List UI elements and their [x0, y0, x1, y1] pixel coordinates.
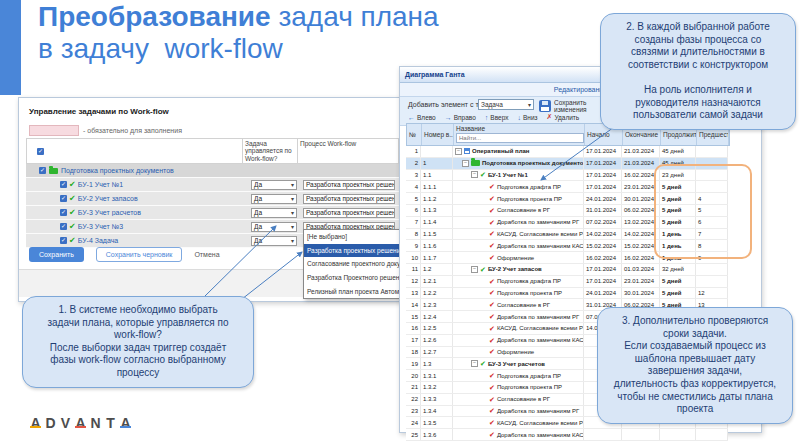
gantt-row[interactable]: 71.1.4✔Доработка по замечаниям РГ07.02.2… — [406, 217, 728, 229]
task-name: БУ-1 Учет №1 — [488, 172, 528, 178]
save-changes-button[interactable]: Сохранить изменения — [539, 99, 594, 113]
save-button[interactable]: Сохранить — [29, 247, 84, 262]
gantt-row[interactable]: 21–Подготовка проектных документов17.01.… — [406, 158, 728, 170]
dropdown-option[interactable]: Разработка Проектного решения — [304, 271, 402, 285]
title-bold: Преобразование — [38, 1, 271, 32]
cell-wbs: 1.2 — [421, 264, 453, 275]
element-type-select[interactable]: Задача ▾ — [478, 99, 534, 110]
nav-icon: → — [445, 114, 452, 121]
gantt-row[interactable]: 51.1.2✔Подготовка проекта ПР24.01.202430… — [406, 193, 728, 205]
cell-duration: 5 дней — [660, 193, 696, 204]
gantt-row[interactable]: 81.1.5✔КАСУД. Согласование всеми РГ14.02… — [406, 229, 728, 241]
logo-letter: A — [28, 415, 43, 431]
cell-num: 17 — [406, 335, 421, 346]
gantt-row[interactable]: 91.1.6✔Доработка по замечаниям КАСУД15.0… — [406, 240, 728, 252]
gantt-row[interactable]: 251.3.6✔Доработка по замечаниям КАСУД — [406, 429, 728, 441]
process-input[interactable]: Разработка проектных решений — [303, 208, 395, 218]
managed-select[interactable]: Да▾ — [251, 194, 297, 204]
task-name: Подготовка драфта ПР — [497, 373, 561, 379]
cell-start: 17.01.2024 — [584, 170, 622, 181]
task-check-icon: ✔ — [69, 237, 76, 245]
cell-duration: 5 дней — [660, 205, 696, 216]
gantt-row[interactable]: 41.1.1✔Подготовка драфта ПР17.01.202423.… — [406, 181, 728, 193]
group-row[interactable]: ✓ Подготовка проектных документов — [26, 164, 399, 178]
cell-num: 6 — [406, 205, 421, 216]
row-checkbox[interactable]: ✓ — [60, 237, 67, 244]
dropdown-option[interactable]: Согласование проектного документ — [304, 257, 402, 271]
cell-name: ✔Доработка по замечаниям РГ — [453, 406, 584, 417]
gantt-row[interactable]: 1–Оперативный план17.01.202421.03.202445… — [406, 146, 728, 158]
collapse-icon[interactable]: – — [471, 360, 478, 367]
red-check-icon: ✔ — [489, 419, 495, 426]
task-name: Согласование в РГ — [497, 207, 550, 213]
task-name: Оформление — [497, 349, 534, 355]
green-check-icon: ✔ — [480, 360, 486, 367]
collapse-icon[interactable]: – — [455, 148, 462, 155]
nav-вправо[interactable]: →Вправо — [445, 114, 476, 121]
cell-name: ✔Оформление — [453, 252, 584, 263]
nav-влево[interactable]: ←Влево — [408, 114, 436, 121]
nav-вверх[interactable]: ↑Вверх — [485, 114, 509, 121]
managed-select[interactable]: Да▾ — [251, 180, 297, 190]
nav-удалить[interactable]: ✗Удалить — [547, 113, 580, 121]
search-input[interactable] — [456, 133, 584, 143]
cell-wbs: 1.1 — [421, 170, 453, 181]
cell-num: 18 — [406, 347, 421, 358]
cell-predecessor: 6 — [696, 217, 728, 228]
red-check-icon: ✔ — [489, 313, 495, 320]
row-checkbox[interactable]: ✓ — [60, 195, 67, 202]
gantt-row[interactable]: 111.2–✔БУ-2 Учет запасов17.01.202401.03.… — [406, 264, 728, 276]
nav-icon: ✗ — [547, 113, 553, 121]
task-row[interactable]: ✓✔БУ-1 Учет №1Да▾Разработка проектных ре… — [26, 178, 399, 192]
cell-wbs: 1.1.4 — [421, 217, 453, 228]
managed-select[interactable]: Да▾ — [251, 222, 297, 232]
dropdown-caret-icon: ▾ — [291, 237, 294, 244]
cell-wbs: 1.2.6 — [421, 335, 453, 346]
row-checkbox[interactable]: ✓ — [60, 209, 67, 216]
process-input[interactable]: Разработка проектных решений — [303, 180, 395, 190]
dropdown-caret-icon: ▾ — [291, 209, 294, 216]
task-row[interactable]: ✓✔БУ-3 Учет расчетовДа▾Разработка проект… — [26, 206, 399, 220]
group-checkbox[interactable]: ✓ — [39, 167, 46, 174]
cell-name: ✔Доработка по замечаниям КАСУД — [453, 335, 584, 346]
cell-name: ✔Подготовка проекта ПР — [453, 382, 584, 393]
dropdown-option[interactable]: Разработка проектных решений — [304, 244, 402, 258]
task-row[interactable]: ✓✔БУ-2 Учет запасовДа▾Разработка проектн… — [26, 192, 399, 206]
gantt-row[interactable]: 121.2.1✔Подготовка драфта ПР17.01.202423… — [406, 276, 728, 288]
cell-name: ✔Доработка по замечаниям РГ — [453, 311, 584, 322]
cell-wbs: 1.2.3 — [421, 299, 453, 310]
dropdown-option[interactable]: [Не выбрано] — [304, 230, 402, 244]
row-checkbox[interactable]: ✓ — [60, 181, 67, 188]
cancel-button[interactable]: Отмена — [194, 251, 219, 258]
gantt-row[interactable]: 131.2.2✔Подготовка проекта ПР24.01.20243… — [406, 288, 728, 300]
cell-name: ✔Подготовка проекта ПР — [453, 288, 584, 299]
managed-select[interactable]: Да▾ — [251, 208, 297, 218]
nav-label: Вниз — [523, 114, 538, 121]
dropdown-caret-icon: ▾ — [528, 101, 531, 108]
red-check-icon: ✔ — [489, 372, 495, 379]
collapse-icon[interactable]: – — [471, 266, 478, 273]
process-input[interactable]: Разработка проектных решений — [303, 194, 395, 204]
row-checkbox[interactable]: ✓ — [60, 223, 67, 230]
cell-wbs: 1.2.5 — [421, 323, 453, 334]
save-draft-button[interactable]: Сохранить черновик — [96, 247, 183, 262]
red-check-icon: ✔ — [489, 337, 495, 344]
dropdown-option[interactable]: Релизный план проекта Автоматизи — [304, 284, 402, 298]
folder-icon — [471, 160, 480, 166]
cell-name: –✔БУ-2 Учет запасов — [453, 264, 584, 275]
nav-label: Вверх — [490, 114, 508, 121]
cell-wbs: 1.2.7 — [421, 347, 453, 358]
nav-icon: ↓ — [517, 114, 521, 121]
collapse-icon[interactable]: – — [471, 171, 478, 178]
nav-вниз[interactable]: ↓Вниз — [517, 114, 537, 121]
managed-select[interactable]: Да▾ — [251, 236, 297, 246]
collapse-icon[interactable]: – — [462, 160, 469, 167]
gantt-row[interactable]: 101.1.7✔Оформление16.02.202416.02.20241 … — [406, 252, 728, 264]
select-all-checkbox[interactable]: ✓ — [37, 148, 44, 155]
process-cell: Разработка проектных решений — [303, 194, 399, 204]
red-check-icon: ✔ — [489, 289, 495, 296]
cell-wbs: 1.3 — [421, 358, 453, 369]
task-name: Доработка по замечаниям КАСУД — [497, 243, 584, 249]
gantt-row[interactable]: 61.1.3✔Согласование в РГ31.01.202406.02.… — [406, 205, 728, 217]
gantt-row[interactable]: 31.1–✔БУ-1 Учет №117.01.202416.02.202423… — [406, 170, 728, 182]
